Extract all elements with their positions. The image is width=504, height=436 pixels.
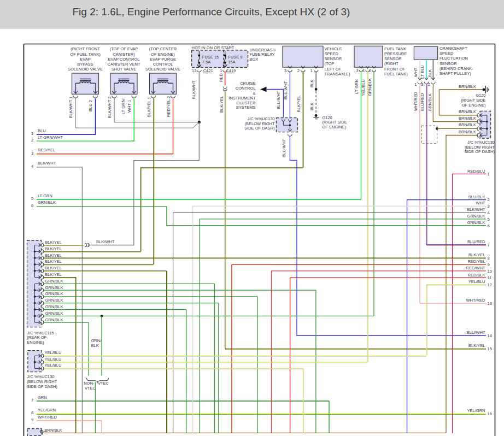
svg-text:FLUCTUATION: FLUCTUATION <box>439 56 468 61</box>
svg-text:BLK/YEL: BLK/YEL <box>468 252 485 257</box>
svg-text:SYSTEMS: SYSTEMS <box>236 105 256 110</box>
svg-text:BLU/WHT: BLU/WHT <box>282 139 286 157</box>
svg-text:BLK/WHT 1: BLK/WHT 1 <box>68 97 73 118</box>
svg-text:BLK/YEL: BLK/YEL <box>296 96 301 112</box>
svg-text:BLK/YEL: BLK/YEL <box>45 259 62 264</box>
svg-text:13: 13 <box>488 301 492 306</box>
svg-text:OF ENGINE): OF ENGINE) <box>323 125 347 129</box>
svg-text:BLK/YEL 1: BLK/YEL 1 <box>146 97 151 117</box>
svg-text:2: 2 <box>31 138 33 143</box>
svg-text:FUSE 15: FUSE 15 <box>202 55 219 60</box>
svg-text:BLU: BLU <box>38 128 46 133</box>
svg-text:G120: G120 <box>476 93 485 98</box>
svg-text:5: 5 <box>31 196 33 201</box>
svg-text:(BELOW RIGHT: (BELOW RIGHT <box>27 379 57 384</box>
svg-text:1: 1 <box>31 131 33 136</box>
svg-text:OF FUEL TANK): OF FUEL TANK) <box>70 52 101 57</box>
svg-text:BLK/YEL: BLK/YEL <box>45 253 62 258</box>
svg-text:OF ENGINE): OF ENGINE) <box>462 103 486 108</box>
svg-text:(REAR OF: (REAR OF <box>27 335 46 340</box>
svg-text:LEFT OF: LEFT OF <box>325 67 342 72</box>
svg-text:SPEED: SPEED <box>325 51 339 56</box>
svg-text:LT BLU: LT BLU <box>420 65 425 79</box>
svg-text:TRANSAXLE): TRANSAXLE) <box>325 72 351 76</box>
svg-text:BLK: BLK <box>427 69 432 77</box>
svg-text:RED/YEL 2: RED/YEL 2 <box>166 96 171 117</box>
svg-text:BLK: BLK <box>91 343 99 348</box>
svg-text:1: 1 <box>488 172 490 176</box>
svg-text:15A: 15A <box>228 60 235 64</box>
svg-text:BRN/BLK: BRN/BLK <box>459 122 476 127</box>
svg-text:FUSE 9: FUSE 9 <box>228 55 242 60</box>
svg-text:EVAP: EVAP <box>80 57 90 62</box>
svg-text:15: 15 <box>488 346 492 351</box>
svg-text:BOX: BOX <box>250 57 259 62</box>
svg-text:SHAFT PULLEY): SHAFT PULLEY) <box>439 71 471 76</box>
svg-text:2: 2 <box>428 82 430 87</box>
svg-text:WHT 1: WHT 1 <box>127 100 132 113</box>
svg-text:GRN/BLK: GRN/BLK <box>38 200 56 205</box>
svg-text:YEL/BLU: YEL/BLU <box>361 79 366 96</box>
svg-text:FRONT OF: FRONT OF <box>384 67 406 72</box>
svg-text:3: 3 <box>284 68 286 73</box>
svg-text:WHT: WHT <box>476 201 485 205</box>
svg-text:BLK/YEL: BLK/YEL <box>45 272 62 277</box>
svg-text:SOLENOID VALVE: SOLENOID VALVE <box>145 67 180 72</box>
svg-text:GRN/BLK: GRN/BLK <box>45 285 63 290</box>
svg-text:BYPASS: BYPASS <box>77 62 93 67</box>
svg-text:LT GRN/: LT GRN/ <box>121 98 126 114</box>
svg-text:CRANKSHAFT: CRANKSHAFT <box>439 46 467 51</box>
svg-text:BLK/YEL: BLK/YEL <box>468 343 485 348</box>
svg-text:INSTRUMENT: INSTRUMENT <box>228 96 256 101</box>
svg-text:YEL/GRN: YEL/GRN <box>38 408 56 413</box>
svg-text:GRN/BLK: GRN/BLK <box>45 279 63 284</box>
svg-text:2: 2 <box>369 68 371 73</box>
svg-text:BRN/BLK: BRN/BLK <box>459 84 476 89</box>
svg-text:8: 8 <box>488 256 490 261</box>
svg-text:4: 4 <box>31 164 33 169</box>
svg-text:1: 1 <box>310 68 313 73</box>
svg-text:J/C %%UC130: J/C %%UC130 <box>247 116 274 121</box>
svg-text:CANISTER): CANISTER) <box>113 52 135 57</box>
svg-text:FUEL TANK): FUEL TANK) <box>384 72 408 76</box>
svg-text:BLU/WHT: BLU/WHT <box>283 81 288 99</box>
svg-text:6: 6 <box>488 223 490 228</box>
svg-text:16: 16 <box>488 411 492 416</box>
svg-text:WHT: WHT <box>413 68 418 77</box>
svg-text:BRN/BLK: BRN/BLK <box>459 129 476 134</box>
svg-text:(BELOW RIGHT: (BELOW RIGHT <box>465 145 495 150</box>
svg-text:SENSOR: SENSOR <box>325 56 342 61</box>
svg-text:11: 11 <box>488 275 492 280</box>
svg-text:(TOP CENTER: (TOP CENTER <box>149 46 177 51</box>
svg-text:CANISTER VENT: CANISTER VENT <box>107 62 140 67</box>
svg-text:1: 1 <box>362 68 365 73</box>
svg-text:GRN/BLK: GRN/BLK <box>45 317 63 322</box>
svg-text:YEL/BLU: YEL/BLU <box>45 357 62 362</box>
svg-text:CLUSTER: CLUSTER <box>236 101 256 105</box>
svg-text:13: 13 <box>192 68 196 73</box>
svg-text:RED/BLK: RED/BLK <box>467 273 485 278</box>
svg-text:WHT/RED: WHT/RED <box>413 91 418 111</box>
svg-text:GRN/BLK: GRN/BLK <box>467 214 485 219</box>
svg-text:BLK: BLK <box>309 80 314 87</box>
svg-text:Fig 2: 1.6L, Engine Performanc: Fig 2: 1.6L, Engine Performance Circuits… <box>73 6 350 17</box>
svg-text:YEL/BLU: YEL/BLU <box>45 350 62 355</box>
svg-text:SENSOR: SENSOR <box>439 61 457 66</box>
svg-text:3: 3 <box>31 151 33 156</box>
svg-text:BLK/YEL: BLK/YEL <box>45 266 62 270</box>
svg-text:OF ENGINE): OF ENGINE) <box>151 52 175 57</box>
svg-text:BLK/WHT: BLK/WHT <box>191 80 196 99</box>
svg-text:&: & <box>253 91 255 96</box>
svg-text:YEL/GRN: YEL/GRN <box>467 408 485 413</box>
svg-text:12: 12 <box>488 282 492 287</box>
svg-text:C421: C421 <box>203 68 213 73</box>
svg-text:SIDE OF DASH): SIDE OF DASH) <box>244 126 275 131</box>
svg-text:9: 9 <box>31 417 33 422</box>
svg-text:BLU/RED: BLU/RED <box>420 93 425 111</box>
svg-text:7.5A: 7.5A <box>202 60 210 64</box>
svg-text:(RIGHT FRONT: (RIGHT FRONT <box>71 46 100 51</box>
svg-text:BRN/BLK: BRN/BLK <box>427 93 432 111</box>
svg-text:BLK/YEL: BLK/YEL <box>45 240 62 245</box>
svg-text:BLK/WHT: BLK/WHT <box>38 161 56 166</box>
svg-text:8: 8 <box>31 410 33 415</box>
